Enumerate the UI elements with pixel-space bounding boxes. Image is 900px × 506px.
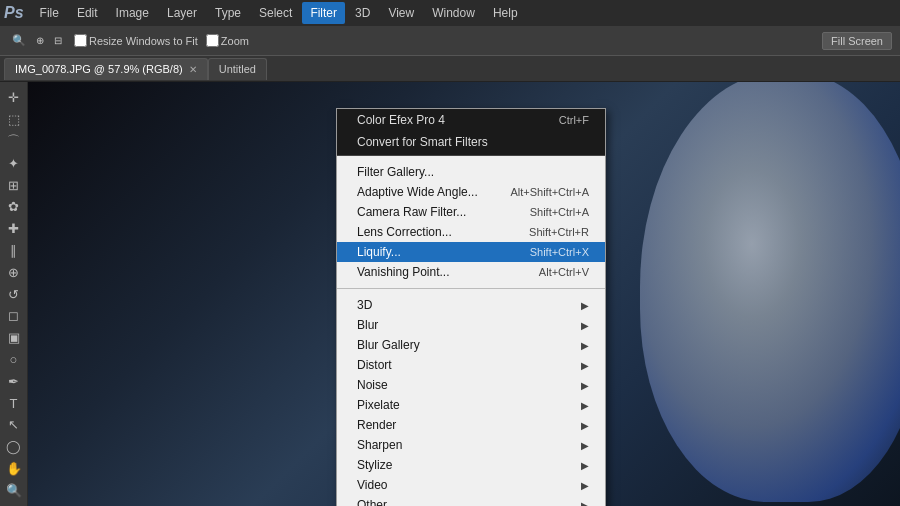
tool-shape[interactable]: ◯ (3, 437, 25, 457)
blur-label: Blur (357, 318, 581, 332)
top-divider (337, 155, 605, 156)
fill-screen-button[interactable]: Fill Screen (822, 32, 892, 50)
filter-top-section: Color Efex Pro 4 Ctrl+F Convert for Smar… (337, 109, 605, 156)
filter-liquify[interactable]: Liquify... Shift+Ctrl+X (337, 242, 605, 262)
arrow-icon-video: ▶ (581, 480, 589, 491)
gallery-divider (337, 288, 605, 289)
menu-window[interactable]: Window (424, 2, 483, 24)
tool-hand[interactable]: ✋ (3, 459, 25, 479)
resize-windows-text: Resize Windows to Fit (89, 35, 198, 47)
filter-stylize[interactable]: Stylize ▶ (337, 455, 605, 475)
zoom-in-button[interactable]: ⊕ (32, 33, 48, 48)
filter-gallery-section: Filter Gallery... Adaptive Wide Angle...… (337, 158, 605, 286)
camera-raw-label: Camera Raw Filter... (357, 205, 530, 219)
menu-select[interactable]: Select (251, 2, 300, 24)
menu-edit[interactable]: Edit (69, 2, 106, 24)
filter-blur[interactable]: Blur ▶ (337, 315, 605, 335)
filter-other[interactable]: Other ▶ (337, 495, 605, 506)
main-area: ✛ ⬚ ⌒ ✦ ⊞ ✿ ✚ ∥ ⊕ ↺ ◻ ▣ ○ ✒ T ↖ ◯ ✋ 🔍 (0, 82, 900, 506)
tab-close-icon[interactable]: ✕ (189, 64, 197, 75)
tab-img0078[interactable]: IMG_0078.JPG @ 57.9% (RGB/8) ✕ (4, 58, 208, 80)
filter-blur-gallery[interactable]: Blur Gallery ▶ (337, 335, 605, 355)
canvas-area: Color Efex Pro 4 Ctrl+F Convert for Smar… (28, 82, 900, 506)
filter-smart-filters[interactable]: Convert for Smart Filters (337, 131, 605, 153)
tool-dodge[interactable]: ○ (3, 350, 25, 370)
filter-dropdown-menu[interactable]: Color Efex Pro 4 Ctrl+F Convert for Smar… (336, 108, 606, 506)
filter-pixelate[interactable]: Pixelate ▶ (337, 395, 605, 415)
menu-image[interactable]: Image (108, 2, 157, 24)
arrow-icon-other: ▶ (581, 500, 589, 507)
filter-3d[interactable]: 3D ▶ (337, 295, 605, 315)
tool-crop[interactable]: ⊞ (3, 175, 25, 195)
tool-eraser[interactable]: ◻ (3, 306, 25, 326)
filter-gallery-label: Filter Gallery... (357, 165, 589, 179)
zoom-fit-button[interactable]: ⊟ (50, 33, 66, 48)
filter-distort[interactable]: Distort ▶ (337, 355, 605, 375)
menu-filter[interactable]: Filter (302, 2, 345, 24)
zoom-text: Zoom (221, 35, 249, 47)
filter-lens-correction[interactable]: Lens Correction... Shift+Ctrl+R (337, 222, 605, 242)
resize-windows-label: Resize Windows to Fit (74, 34, 198, 47)
menu-file[interactable]: File (32, 2, 67, 24)
menu-view[interactable]: View (380, 2, 422, 24)
liquify-shortcut: Shift+Ctrl+X (530, 246, 589, 258)
filter-noise[interactable]: Noise ▶ (337, 375, 605, 395)
vanishing-point-shortcut: Alt+Ctrl+V (539, 266, 589, 278)
tool-pen[interactable]: ✒ (3, 371, 25, 391)
render-label: Render (357, 418, 581, 432)
tab-untitled[interactable]: Untitled (208, 58, 267, 80)
tool-magic-wand[interactable]: ✦ (3, 153, 25, 173)
tools-sidebar: ✛ ⬚ ⌒ ✦ ⊞ ✿ ✚ ∥ ⊕ ↺ ◻ ▣ ○ ✒ T ↖ ◯ ✋ 🔍 (0, 82, 28, 506)
pixelate-label: Pixelate (357, 398, 581, 412)
tool-marquee[interactable]: ⬚ (3, 110, 25, 130)
tool-history-brush[interactable]: ↺ (3, 284, 25, 304)
noise-label: Noise (357, 378, 581, 392)
menu-layer[interactable]: Layer (159, 2, 205, 24)
menu-3d[interactable]: 3D (347, 2, 378, 24)
tab-label: IMG_0078.JPG @ 57.9% (RGB/8) (15, 63, 183, 75)
3d-label: 3D (357, 298, 581, 312)
arrow-icon-stylize: ▶ (581, 460, 589, 471)
video-label: Video (357, 478, 581, 492)
color-efex-shortcut: Ctrl+F (559, 114, 589, 126)
tool-brush[interactable]: ∥ (3, 241, 25, 261)
tool-healing[interactable]: ✚ (3, 219, 25, 239)
other-label: Other (357, 498, 581, 506)
tool-clone[interactable]: ⊕ (3, 262, 25, 282)
tool-gradient[interactable]: ▣ (3, 328, 25, 348)
arrow-icon-3d: ▶ (581, 300, 589, 311)
options-toolbar: 🔍 ⊕ ⊟ Resize Windows to Fit Zoom Fill Sc… (0, 26, 900, 56)
zoom-label-wrap: Zoom (206, 34, 249, 47)
lens-correction-label: Lens Correction... (357, 225, 529, 239)
tool-lasso[interactable]: ⌒ (3, 132, 25, 152)
tool-move[interactable]: ✛ (3, 88, 25, 108)
lens-correction-shortcut: Shift+Ctrl+R (529, 226, 589, 238)
arrow-icon-pixelate: ▶ (581, 400, 589, 411)
filter-camera-raw[interactable]: Camera Raw Filter... Shift+Ctrl+A (337, 202, 605, 222)
filter-adaptive-wide[interactable]: Adaptive Wide Angle... Alt+Shift+Ctrl+A (337, 182, 605, 202)
adaptive-wide-label: Adaptive Wide Angle... (357, 185, 510, 199)
smart-filters-label: Convert for Smart Filters (357, 135, 589, 149)
tool-text[interactable]: T (3, 393, 25, 413)
zoom-tools: 🔍 ⊕ ⊟ (8, 32, 66, 49)
app-logo: Ps (4, 4, 24, 22)
tool-eyedropper[interactable]: ✿ (3, 197, 25, 217)
filter-vanishing-point[interactable]: Vanishing Point... Alt+Ctrl+V (337, 262, 605, 282)
filter-video[interactable]: Video ▶ (337, 475, 605, 495)
resize-windows-checkbox[interactable] (74, 34, 87, 47)
filter-render[interactable]: Render ▶ (337, 415, 605, 435)
tool-zoom[interactable]: 🔍 (3, 480, 25, 500)
tool-path-select[interactable]: ↖ (3, 415, 25, 435)
distort-label: Distort (357, 358, 581, 372)
arrow-icon-blur-gallery: ▶ (581, 340, 589, 351)
filter-sharpen[interactable]: Sharpen ▶ (337, 435, 605, 455)
adaptive-wide-shortcut: Alt+Shift+Ctrl+A (510, 186, 589, 198)
zoom-out-button[interactable]: 🔍 (8, 32, 30, 49)
zoom-checkbox[interactable] (206, 34, 219, 47)
filter-gallery-item[interactable]: Filter Gallery... (337, 162, 605, 182)
menu-type[interactable]: Type (207, 2, 249, 24)
filter-color-efex[interactable]: Color Efex Pro 4 Ctrl+F (337, 109, 605, 131)
menu-help[interactable]: Help (485, 2, 526, 24)
tab-label-2: Untitled (219, 63, 256, 75)
photo-subject (640, 82, 900, 502)
